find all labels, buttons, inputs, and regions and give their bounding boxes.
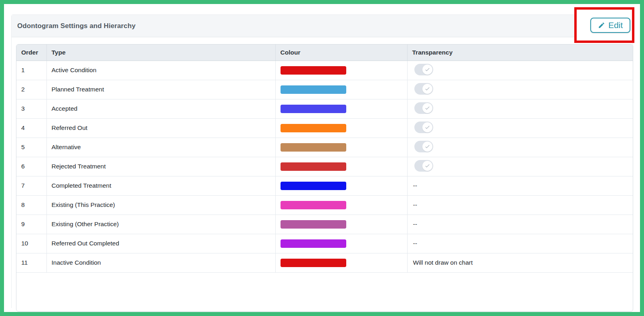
toggle-knob <box>422 65 432 75</box>
toggle-knob <box>422 142 432 152</box>
transparency-toggle[interactable] <box>414 160 433 172</box>
page-frame: Odontogram Settings and Hierarchy Order … <box>0 0 644 316</box>
order-cell: 1 <box>16 61 46 80</box>
transparency-cell <box>407 80 633 99</box>
transparency-toggle[interactable] <box>414 122 433 133</box>
transparency-cell: -- <box>407 195 633 215</box>
column-header-colour: Colour <box>275 45 407 61</box>
transparency-text: Will not draw on chart <box>413 259 473 266</box>
column-header-transparency: Transparency <box>407 45 633 61</box>
table-row: 9 Existing (Other Practice) -- <box>16 215 633 234</box>
toggle-knob <box>422 84 432 94</box>
colour-swatch <box>281 124 346 132</box>
toggle-knob <box>422 103 432 113</box>
transparency-text: -- <box>413 240 417 247</box>
check-icon <box>424 124 430 130</box>
transparency-text: -- <box>413 201 417 208</box>
table-body: 1 Active Condition 2 Planned Treatment <box>16 61 633 272</box>
transparency-toggle[interactable] <box>414 64 433 75</box>
column-header-order: Order <box>16 45 46 61</box>
edit-button-label: Edit <box>608 20 623 30</box>
type-cell: Referred Out <box>46 118 275 138</box>
table-row: 5 Alternative <box>16 138 633 157</box>
order-cell: 6 <box>16 157 46 176</box>
toggle-knob <box>422 122 432 132</box>
table-row: 7 Completed Treatment -- <box>16 176 633 195</box>
transparency-toggle[interactable] <box>414 141 433 152</box>
type-cell: Referred Out Completed <box>46 234 275 253</box>
table-row: 10 Referred Out Completed -- <box>16 234 633 253</box>
colour-cell <box>275 157 407 176</box>
settings-panel: Odontogram Settings and Hierarchy Order … <box>11 14 633 308</box>
transparency-cell <box>407 118 633 138</box>
order-cell: 8 <box>16 195 46 215</box>
transparency-cell: -- <box>407 234 633 253</box>
panel-header: Odontogram Settings and Hierarchy <box>12 15 632 37</box>
edit-highlight-box: Edit <box>574 7 634 43</box>
pencil-icon <box>598 22 605 29</box>
colour-swatch <box>281 239 346 248</box>
colour-cell <box>275 234 407 253</box>
type-cell: Alternative <box>46 138 275 157</box>
transparency-toggle[interactable] <box>414 83 433 95</box>
type-cell: Accepted <box>46 99 275 118</box>
edit-button[interactable]: Edit <box>590 18 630 33</box>
transparency-cell <box>407 61 633 80</box>
table-row: 3 Accepted <box>16 99 633 118</box>
colour-swatch <box>281 143 346 152</box>
check-icon <box>424 163 430 169</box>
colour-cell <box>275 138 407 157</box>
table-row: 1 Active Condition <box>16 61 633 80</box>
transparency-cell <box>407 157 633 176</box>
check-icon <box>424 86 430 92</box>
colour-cell <box>275 215 407 234</box>
colour-swatch <box>281 105 346 113</box>
colour-cell <box>275 80 407 99</box>
table-row: 2 Planned Treatment <box>16 80 633 99</box>
colour-cell <box>275 99 407 118</box>
order-cell: 11 <box>16 253 46 272</box>
colour-swatch <box>281 66 346 75</box>
type-cell: Planned Treatment <box>46 80 275 99</box>
order-cell: 2 <box>16 80 46 99</box>
order-cell: 3 <box>16 99 46 118</box>
settings-table: Order Type Colour Transparency 1 Active … <box>16 45 633 273</box>
toggle-knob <box>422 161 432 171</box>
column-header-type: Type <box>46 45 275 61</box>
colour-swatch <box>281 162 346 171</box>
type-cell: Existing (This Practice) <box>46 195 275 215</box>
order-cell: 5 <box>16 138 46 157</box>
check-icon <box>424 67 430 73</box>
transparency-cell <box>407 99 633 118</box>
table-row: 4 Referred Out <box>16 118 633 138</box>
type-cell: Inactive Condition <box>46 253 275 272</box>
type-cell: Existing (Other Practice) <box>46 215 275 234</box>
colour-swatch <box>281 85 346 94</box>
table-header-row: Order Type Colour Transparency <box>16 45 633 61</box>
order-cell: 4 <box>16 118 46 138</box>
check-icon <box>424 144 430 150</box>
check-icon <box>424 105 430 111</box>
transparency-cell: -- <box>407 215 633 234</box>
settings-table-container: Order Type Colour Transparency 1 Active … <box>16 44 633 312</box>
colour-swatch <box>281 182 346 190</box>
colour-cell <box>275 176 407 195</box>
table-row: 6 Rejected Treatment <box>16 157 633 176</box>
transparency-cell: Will not draw on chart <box>407 253 633 272</box>
page-title: Odontogram Settings and Hierarchy <box>17 22 135 30</box>
type-cell: Active Condition <box>46 61 275 80</box>
type-cell: Rejected Treatment <box>46 157 275 176</box>
colour-cell <box>275 118 407 138</box>
colour-cell <box>275 195 407 215</box>
colour-cell <box>275 253 407 272</box>
transparency-cell <box>407 138 633 157</box>
colour-cell <box>275 61 407 80</box>
table-row: 8 Existing (This Practice) -- <box>16 195 633 215</box>
order-cell: 7 <box>16 176 46 195</box>
colour-swatch <box>281 201 346 209</box>
table-row: 11 Inactive Condition Will not draw on c… <box>16 253 633 272</box>
type-cell: Completed Treatment <box>46 176 275 195</box>
transparency-toggle[interactable] <box>414 102 433 114</box>
order-cell: 10 <box>16 234 46 253</box>
colour-swatch <box>281 220 346 229</box>
